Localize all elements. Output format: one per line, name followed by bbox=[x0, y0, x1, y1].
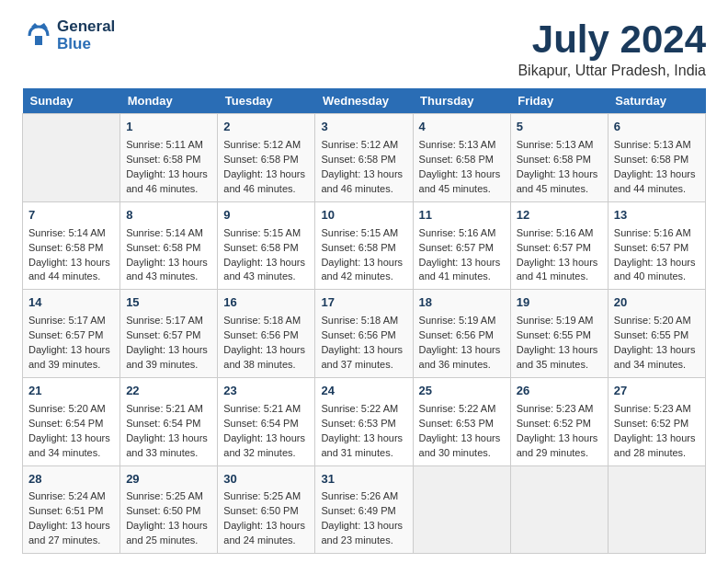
day-info-line: Sunset: 6:49 PM bbox=[321, 504, 406, 519]
day-info-line: Sunrise: 5:23 AM bbox=[614, 402, 700, 417]
day-number: 18 bbox=[419, 294, 505, 312]
calendar-table: SundayMondayTuesdayWednesdayThursdayFrid… bbox=[22, 88, 706, 554]
day-number: 9 bbox=[223, 207, 309, 224]
day-info-line: Sunrise: 5:16 AM bbox=[419, 226, 505, 241]
calendar-cell: 13Sunrise: 5:16 AMSunset: 6:57 PMDayligh… bbox=[608, 201, 705, 290]
day-info-line: and 42 minutes. bbox=[321, 270, 406, 284]
day-info-line: and 23 minutes. bbox=[321, 534, 406, 548]
day-info-line: Daylight: 13 hours bbox=[614, 256, 700, 270]
day-info-line: Sunrise: 5:20 AM bbox=[28, 402, 114, 417]
day-info-line: Daylight: 13 hours bbox=[321, 343, 406, 358]
calendar-week-row: 14Sunrise: 5:17 AMSunset: 6:57 PMDayligh… bbox=[23, 290, 706, 378]
day-info-line: Sunrise: 5:14 AM bbox=[28, 226, 114, 241]
day-number: 24 bbox=[321, 383, 406, 400]
day-info-line: Daylight: 13 hours bbox=[517, 167, 602, 182]
day-info-line: Sunset: 6:54 PM bbox=[126, 417, 211, 431]
day-info-line: and 45 minutes. bbox=[517, 182, 602, 197]
day-info-line: and 33 minutes. bbox=[126, 446, 211, 461]
day-number: 20 bbox=[614, 294, 700, 312]
day-info-line: Sunrise: 5:12 AM bbox=[223, 138, 309, 153]
day-number: 31 bbox=[321, 471, 406, 488]
day-info-line: and 39 minutes. bbox=[126, 358, 211, 373]
day-info-line: Sunrise: 5:17 AM bbox=[126, 314, 211, 328]
logo-name-line2: Blue bbox=[57, 36, 115, 53]
calendar-cell: 4Sunrise: 5:13 AMSunset: 6:58 PMDaylight… bbox=[413, 114, 510, 202]
day-info-line: Sunset: 6:56 PM bbox=[223, 328, 309, 343]
day-info-line: and 40 minutes. bbox=[614, 270, 700, 284]
day-info-line: Sunset: 6:57 PM bbox=[517, 241, 602, 256]
day-info-line: Daylight: 13 hours bbox=[321, 519, 406, 534]
calendar-cell: 12Sunrise: 5:16 AMSunset: 6:57 PMDayligh… bbox=[510, 201, 608, 290]
day-info-line: and 46 minutes. bbox=[223, 182, 309, 197]
calendar-cell: 19Sunrise: 5:19 AMSunset: 6:55 PMDayligh… bbox=[510, 290, 608, 378]
day-number: 11 bbox=[419, 207, 505, 224]
day-info-line: Daylight: 13 hours bbox=[419, 256, 505, 270]
day-number: 3 bbox=[321, 119, 406, 136]
calendar-cell: 31Sunrise: 5:26 AMSunset: 6:49 PMDayligh… bbox=[315, 465, 413, 554]
day-info-line: Sunrise: 5:16 AM bbox=[614, 226, 700, 241]
day-info-line: Sunset: 6:54 PM bbox=[223, 417, 309, 431]
calendar-cell: 10Sunrise: 5:15 AMSunset: 6:58 PMDayligh… bbox=[315, 201, 413, 290]
calendar-cell: 27Sunrise: 5:23 AMSunset: 6:52 PMDayligh… bbox=[608, 377, 705, 465]
day-info-line: Sunset: 6:50 PM bbox=[223, 504, 309, 519]
day-number: 2 bbox=[223, 119, 309, 136]
day-info-line: Sunrise: 5:14 AM bbox=[126, 226, 211, 241]
column-header-monday: Monday bbox=[120, 88, 218, 114]
day-info-line: Sunset: 6:58 PM bbox=[223, 153, 309, 167]
day-info-line: and 45 minutes. bbox=[419, 182, 505, 197]
day-info-line: and 44 minutes. bbox=[614, 182, 700, 197]
calendar-cell: 14Sunrise: 5:17 AMSunset: 6:57 PMDayligh… bbox=[23, 290, 120, 378]
calendar-cell: 6Sunrise: 5:13 AMSunset: 6:58 PMDaylight… bbox=[608, 114, 705, 202]
location-subtitle: Bikapur, Uttar Pradesh, India bbox=[518, 63, 706, 79]
day-number: 23 bbox=[223, 383, 309, 400]
day-info-line: Sunset: 6:54 PM bbox=[28, 417, 114, 431]
day-number: 16 bbox=[223, 294, 309, 312]
day-info-line: Sunset: 6:58 PM bbox=[321, 241, 406, 256]
day-info-line: Sunset: 6:52 PM bbox=[614, 417, 700, 431]
calendar-cell: 21Sunrise: 5:20 AMSunset: 6:54 PMDayligh… bbox=[23, 377, 120, 465]
day-info-line: Daylight: 13 hours bbox=[28, 431, 114, 446]
day-number: 17 bbox=[321, 294, 406, 312]
calendar-cell: 18Sunrise: 5:19 AMSunset: 6:56 PMDayligh… bbox=[413, 290, 510, 378]
calendar-cell: 17Sunrise: 5:18 AMSunset: 6:56 PMDayligh… bbox=[315, 290, 413, 378]
svg-rect-1 bbox=[35, 36, 42, 45]
day-number: 10 bbox=[321, 207, 406, 224]
day-info-line: and 37 minutes. bbox=[321, 358, 406, 373]
day-number: 27 bbox=[614, 383, 700, 400]
day-info-line: Sunrise: 5:12 AM bbox=[321, 138, 406, 153]
day-info-line: Daylight: 13 hours bbox=[126, 431, 211, 446]
day-info-line: Sunset: 6:58 PM bbox=[28, 241, 114, 256]
day-info-line: and 29 minutes. bbox=[517, 446, 602, 461]
day-info-line: Sunset: 6:57 PM bbox=[126, 328, 211, 343]
day-info-line: Daylight: 13 hours bbox=[126, 343, 211, 358]
calendar-cell: 25Sunrise: 5:22 AMSunset: 6:53 PMDayligh… bbox=[413, 377, 510, 465]
day-info-line: Sunset: 6:52 PM bbox=[517, 417, 602, 431]
day-number: 15 bbox=[126, 294, 211, 312]
day-number: 5 bbox=[517, 119, 602, 136]
day-info-line: and 25 minutes. bbox=[126, 534, 211, 548]
day-info-line: Sunset: 6:51 PM bbox=[28, 504, 114, 519]
day-number: 8 bbox=[126, 207, 211, 224]
day-info-line: Sunset: 6:55 PM bbox=[614, 328, 700, 343]
calendar-cell: 2Sunrise: 5:12 AMSunset: 6:58 PMDaylight… bbox=[218, 114, 315, 202]
day-info-line: and 34 minutes. bbox=[28, 446, 114, 461]
day-info-line: Sunrise: 5:25 AM bbox=[223, 489, 309, 504]
calendar-cell: 9Sunrise: 5:15 AMSunset: 6:58 PMDaylight… bbox=[218, 201, 315, 290]
calendar-cell: 26Sunrise: 5:23 AMSunset: 6:52 PMDayligh… bbox=[510, 377, 608, 465]
day-info-line: Daylight: 13 hours bbox=[223, 519, 309, 534]
calendar-week-row: 1Sunrise: 5:11 AMSunset: 6:58 PMDaylight… bbox=[23, 114, 706, 202]
day-info-line: Sunrise: 5:21 AM bbox=[126, 402, 211, 417]
column-header-sunday: Sunday bbox=[23, 88, 120, 114]
day-info-line: and 32 minutes. bbox=[223, 446, 309, 461]
day-number: 28 bbox=[28, 471, 114, 488]
column-header-thursday: Thursday bbox=[413, 88, 510, 114]
day-info-line: and 30 minutes. bbox=[419, 446, 505, 461]
column-header-tuesday: Tuesday bbox=[218, 88, 315, 114]
day-info-line: Daylight: 13 hours bbox=[419, 343, 505, 358]
day-info-line: Daylight: 13 hours bbox=[223, 256, 309, 270]
calendar-cell bbox=[510, 465, 608, 554]
day-number: 1 bbox=[126, 119, 211, 136]
day-info-line: and 41 minutes. bbox=[517, 270, 602, 284]
day-info-line: Sunset: 6:53 PM bbox=[321, 417, 406, 431]
day-info-line: Daylight: 13 hours bbox=[126, 256, 211, 270]
